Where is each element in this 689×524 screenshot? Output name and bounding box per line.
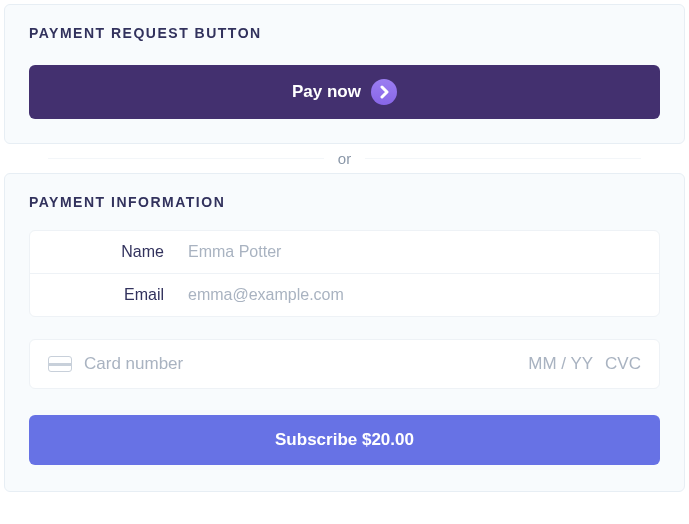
name-label: Name [48, 243, 188, 261]
card-cvc-placeholder[interactable]: CVC [605, 354, 641, 374]
payment-request-section: PAYMENT REQUEST BUTTON Pay now [4, 4, 685, 144]
contact-form-group: Name Email [29, 230, 660, 317]
name-input[interactable] [188, 243, 641, 261]
email-label: Email [48, 286, 188, 304]
divider-text: or [338, 150, 351, 167]
email-row: Email [30, 273, 659, 316]
card-expiry-placeholder[interactable]: MM / YY [528, 354, 593, 374]
payment-information-section: PAYMENT INFORMATION Name Email MM / YY C… [4, 173, 685, 492]
divider: or [4, 144, 685, 173]
email-input[interactable] [188, 286, 641, 304]
divider-line-right [365, 158, 641, 159]
card-row: MM / YY CVC [29, 339, 660, 389]
card-number-input[interactable] [84, 354, 516, 374]
pay-now-button[interactable]: Pay now [29, 65, 660, 119]
pay-now-arrow-icon [371, 79, 397, 105]
subscribe-button[interactable]: Subscribe $20.00 [29, 415, 660, 465]
name-row: Name [30, 231, 659, 273]
pay-now-label: Pay now [292, 82, 361, 102]
payment-request-title: PAYMENT REQUEST BUTTON [29, 25, 660, 41]
divider-line-left [48, 158, 324, 159]
payment-information-title: PAYMENT INFORMATION [29, 194, 660, 210]
credit-card-icon [48, 356, 72, 372]
